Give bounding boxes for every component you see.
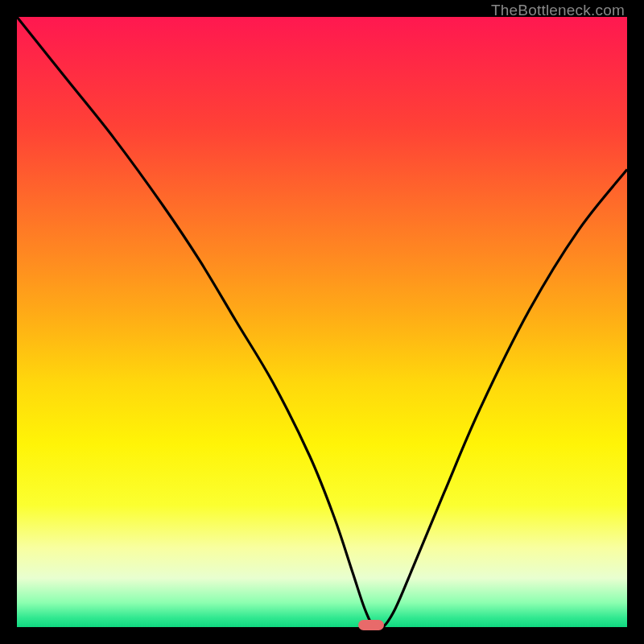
chart-frame: TheBottleneck.com [0, 0, 644, 644]
optimal-marker [358, 620, 384, 630]
plot-area [17, 17, 627, 627]
